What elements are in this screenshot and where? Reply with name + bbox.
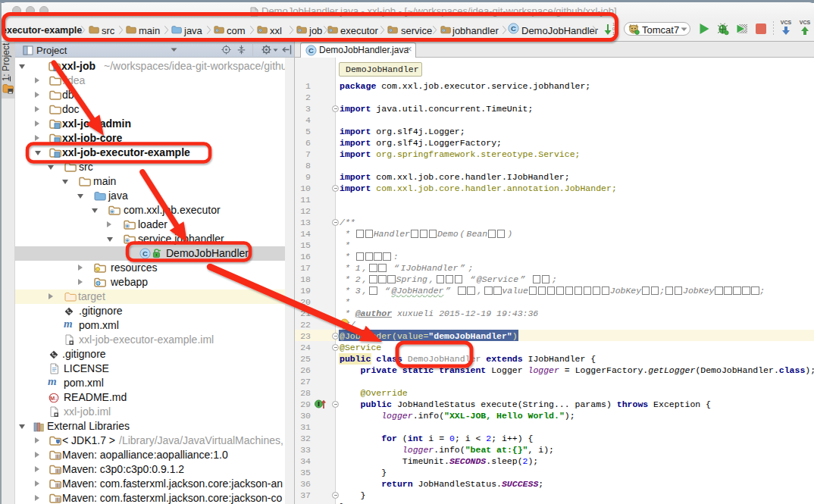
- svg-text:C: C: [142, 249, 148, 258]
- svg-text:C: C: [308, 46, 314, 55]
- svg-text:M↓: M↓: [50, 395, 58, 402]
- svg-text:C: C: [511, 24, 516, 33]
